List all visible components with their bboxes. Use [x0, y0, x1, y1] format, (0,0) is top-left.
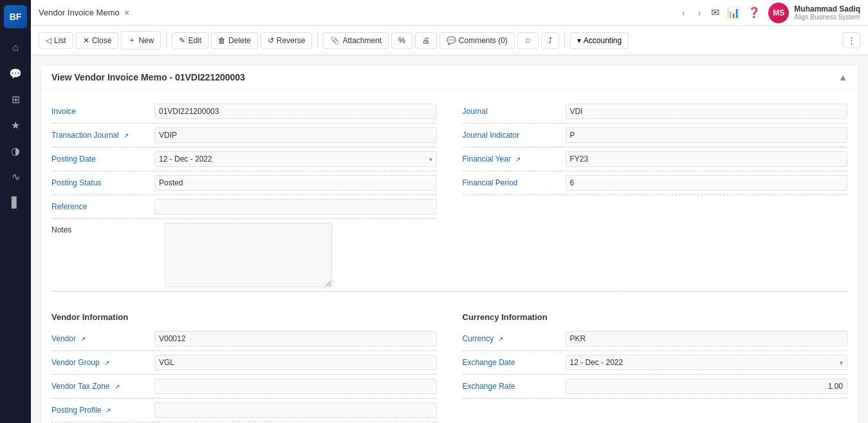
vendor-value: V00012 [154, 331, 437, 346]
tab-title: Vendor Invoice Memo ✕ [39, 8, 130, 17]
attachment-button[interactable]: 📎 Attachment [323, 32, 389, 49]
print-icon: 🖨 [422, 36, 430, 45]
exchange-date-value[interactable]: 12 - Dec - 2022 ▾ [566, 355, 848, 370]
notes-label: Notes [51, 223, 154, 287]
posting-status-value: Posted [154, 175, 437, 191]
app-logo: BF [4, 5, 27, 28]
tab-title-text: Vendor Invoice Memo [39, 8, 120, 17]
vendor-group-link-icon[interactable]: ↗ [104, 359, 109, 366]
posting-date-row: Posting Date 12 - Dec - 2022 ▾ [51, 147, 437, 171]
new-button[interactable]: ＋ New [121, 31, 161, 50]
user-text: Muhammad Sadiq Align Business System [794, 5, 860, 21]
financial-year-link-icon[interactable]: ↗ [515, 156, 521, 163]
notes-textarea[interactable] [165, 223, 332, 287]
chart-icon[interactable]: ◑ [4, 139, 27, 162]
posting-profile-row: Posting Profile ↗ [51, 399, 437, 422]
financial-year-label: Financial Year ↗ [463, 155, 566, 164]
share-icon: ⤴ [548, 36, 552, 45]
more-options-button[interactable]: ⋮ [843, 32, 860, 48]
nav-prev-button[interactable]: ‹ [679, 5, 688, 21]
star-icon[interactable]: ★ [4, 113, 27, 136]
bar-chart-icon[interactable]: ▋ [4, 191, 27, 214]
card-header: View Vendor Invoice Memo - 01VDI22120000… [41, 66, 858, 89]
journal-value: VDI [566, 104, 848, 119]
percent-button[interactable]: % [391, 32, 412, 49]
journal-indicator-label: Journal Indicator [463, 131, 566, 140]
financial-period-row: Financial Period 6 [463, 171, 848, 195]
reference-label: Reference [51, 202, 154, 211]
star-icon: ☆ [524, 36, 531, 45]
posting-date-dropdown-icon: ▾ [429, 156, 432, 163]
posting-profile-link-icon[interactable]: ↗ [106, 407, 111, 414]
invoice-value: 01VDI221200003 [154, 104, 437, 119]
reverse-button[interactable]: ↺ Reverse [261, 32, 313, 49]
sections-grid: Vendor Information Vendor ↗ V00012 Vendo… [51, 302, 847, 422]
favorite-button[interactable]: ☆ [517, 32, 539, 49]
posting-date-value[interactable]: 12 - Dec - 2022 ▾ [154, 151, 437, 167]
percent-icon: % [398, 36, 405, 45]
tab-close-button[interactable]: ✕ [124, 8, 130, 17]
posting-date-label: Posting Date [51, 155, 154, 164]
posting-profile-label: Posting Profile ↗ [51, 406, 154, 415]
posting-status-label: Posting Status [51, 178, 154, 187]
financial-year-row: Financial Year ↗ FY23 [463, 147, 848, 171]
mail-icon[interactable]: ✉ [711, 6, 719, 19]
vendor-link-icon[interactable]: ↗ [80, 335, 86, 343]
reference-value [154, 199, 437, 214]
grid-icon[interactable]: ⊞ [4, 88, 27, 111]
journal-indicator-row: Journal Indicator P [463, 124, 848, 147]
print-button[interactable]: 🖨 [415, 32, 437, 49]
collapse-button[interactable]: ▲ [838, 72, 847, 82]
vendor-section: Vendor Information Vendor ↗ V00012 Vendo… [51, 302, 437, 422]
close-button[interactable]: ✕ Close [76, 32, 119, 49]
transaction-journal-link-icon[interactable]: ↗ [124, 132, 129, 139]
vendor-group-row: Vendor Group ↗ VGL [51, 351, 437, 375]
home-icon[interactable]: ⌂ [4, 36, 27, 59]
currency-link-icon[interactable]: ↗ [498, 335, 503, 343]
posting-profile-value [154, 402, 437, 418]
help-icon[interactable]: ❓ [748, 6, 761, 19]
edit-icon: ✎ [179, 36, 185, 45]
comments-button[interactable]: 💬 Comments (0) [439, 32, 515, 49]
nav-next-button[interactable]: › [696, 5, 704, 21]
plus-icon: ＋ [128, 35, 136, 46]
transaction-journal-row: Transaction Journal ↗ VDIP [51, 124, 437, 147]
exchange-date-dropdown-icon: ▾ [840, 359, 843, 366]
accounting-button[interactable]: ▾ Accounting [570, 32, 629, 49]
list-button[interactable]: ◁ List [39, 32, 73, 49]
currency-label: Currency ↗ [463, 334, 566, 343]
currency-row: Currency ↗ PKR [463, 327, 848, 351]
delete-button[interactable]: 🗑 Delete [211, 32, 258, 49]
edit-button[interactable]: ✎ Edit [172, 32, 208, 49]
close-icon: ✕ [83, 36, 89, 45]
main-area: Vendor Invoice Memo ✕ ‹ › ✉ 📊 ❓ MS Muham… [31, 0, 868, 423]
chevron-down-icon: ▾ [577, 36, 581, 45]
chat-icon[interactable]: 💬 [4, 62, 27, 85]
stats-icon[interactable]: 📊 [727, 6, 740, 19]
journal-label: Journal [463, 107, 566, 116]
user-avatar: MS [768, 3, 789, 23]
toolbar: ◁ List ✕ Close ＋ New ✎ Edit 🗑 Delete ↺ R… [31, 26, 868, 55]
currency-value: PKR [566, 331, 848, 346]
vendor-tax-zone-link-icon[interactable]: ↗ [115, 383, 120, 390]
top-bar: Vendor Invoice Memo ✕ ‹ › ✉ 📊 ❓ MS Muham… [31, 0, 868, 26]
invoice-label: Invoice [51, 107, 154, 116]
user-company: Align Business System [794, 14, 860, 21]
card-body: Invoice 01VDI221200003 Transaction Journ… [41, 89, 858, 423]
journal-row: Journal VDI [463, 100, 848, 124]
posting-status-row: Posting Status Posted [51, 171, 437, 195]
exchange-rate-value: 1.00 [566, 379, 848, 394]
user-info: MS Muhammad Sadiq Align Business System [768, 3, 860, 23]
activity-icon[interactable]: ∿ [4, 165, 27, 188]
vendor-tax-zone-value [154, 379, 437, 394]
divider-2 [317, 33, 318, 48]
top-bar-left: Vendor Invoice Memo ✕ [39, 8, 130, 17]
transaction-journal-label: Transaction Journal ↗ [51, 131, 154, 140]
financial-period-label: Financial Period [463, 178, 566, 187]
main-form-grid: Invoice 01VDI221200003 Transaction Journ… [51, 100, 847, 219]
share-button[interactable]: ⤴ [541, 32, 559, 49]
divider-1 [166, 33, 167, 48]
vendor-row: Vendor ↗ V00012 [51, 327, 437, 351]
currency-section-title: Currency Information [463, 312, 848, 322]
vendor-group-label: Vendor Group ↗ [51, 358, 154, 367]
